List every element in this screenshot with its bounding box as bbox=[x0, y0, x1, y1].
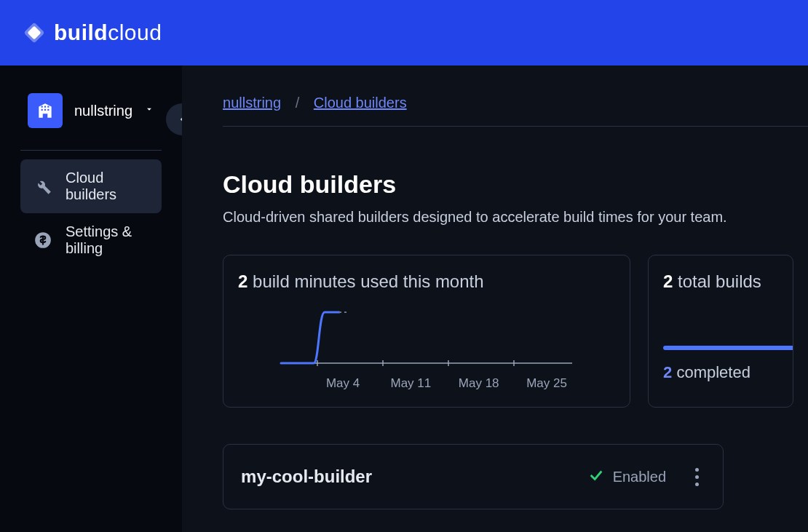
completed-metric: 2 completed bbox=[663, 363, 778, 382]
chart-x-axis-ticks: May 4 May 11 May 18 May 25 bbox=[281, 376, 572, 391]
page-description: Cloud-driven shared builders designed to… bbox=[223, 209, 808, 226]
dollar-circle-icon bbox=[33, 231, 52, 250]
breadcrumb: nullstring / Cloud builders bbox=[223, 95, 808, 111]
sidebar-item-settings-billing[interactable]: Settings & billing bbox=[20, 213, 162, 267]
builder-status: Enabled bbox=[588, 467, 666, 487]
divider bbox=[223, 126, 808, 127]
breadcrumb-org-link[interactable]: nullstring bbox=[223, 95, 281, 111]
sidebar-item-cloud-builders[interactable]: Cloud builders bbox=[20, 159, 162, 213]
org-building-icon bbox=[28, 93, 63, 128]
topbar: buildcloud bbox=[0, 0, 808, 65]
builder-actions-menu[interactable] bbox=[688, 468, 705, 486]
total-builds-metric: 2 total builds bbox=[663, 271, 778, 292]
build-minutes-card: 2 build minutes used this month May 4 Ma… bbox=[223, 255, 630, 408]
build-minutes-metric: 2 build minutes used this month bbox=[238, 271, 615, 292]
wrench-icon bbox=[33, 177, 52, 196]
x-tick-label: May 11 bbox=[385, 376, 436, 391]
breadcrumb-separator: / bbox=[296, 95, 300, 111]
builder-name: my-cool-builder bbox=[241, 467, 588, 487]
x-tick-label: May 25 bbox=[521, 376, 572, 391]
chevron-down-icon bbox=[144, 104, 154, 117]
check-icon bbox=[588, 467, 604, 487]
builder-row[interactable]: my-cool-builder Enabled bbox=[223, 444, 724, 509]
brand-logo-icon bbox=[22, 20, 47, 45]
builder-status-label: Enabled bbox=[613, 469, 666, 485]
completion-bar bbox=[663, 346, 793, 350]
org-name: nullstring bbox=[74, 103, 132, 119]
x-tick-label: May 4 bbox=[317, 376, 368, 391]
brand-logo[interactable]: buildcloud bbox=[22, 20, 162, 45]
x-tick-label: May 18 bbox=[453, 376, 504, 391]
stats-row: 2 build minutes used this month May 4 Ma… bbox=[223, 255, 808, 408]
total-builds-card: 2 total builds 2 completed bbox=[648, 255, 793, 408]
page-title: Cloud builders bbox=[223, 170, 808, 199]
build-minutes-chart: May 4 May 11 May 18 May 25 bbox=[238, 305, 615, 392]
sidebar-item-label: Settings & billing bbox=[66, 223, 148, 257]
breadcrumb-page-link[interactable]: Cloud builders bbox=[314, 95, 407, 111]
divider bbox=[20, 150, 162, 151]
sidebar-item-label: Cloud builders bbox=[66, 170, 148, 203]
sidebar: nullstring Cloud builders Settings & bil… bbox=[0, 65, 182, 532]
org-switcher[interactable]: nullstring bbox=[20, 86, 162, 135]
brand-wordmark: buildcloud bbox=[54, 20, 162, 45]
main-content: nullstring / Cloud builders Cloud builde… bbox=[182, 65, 808, 532]
